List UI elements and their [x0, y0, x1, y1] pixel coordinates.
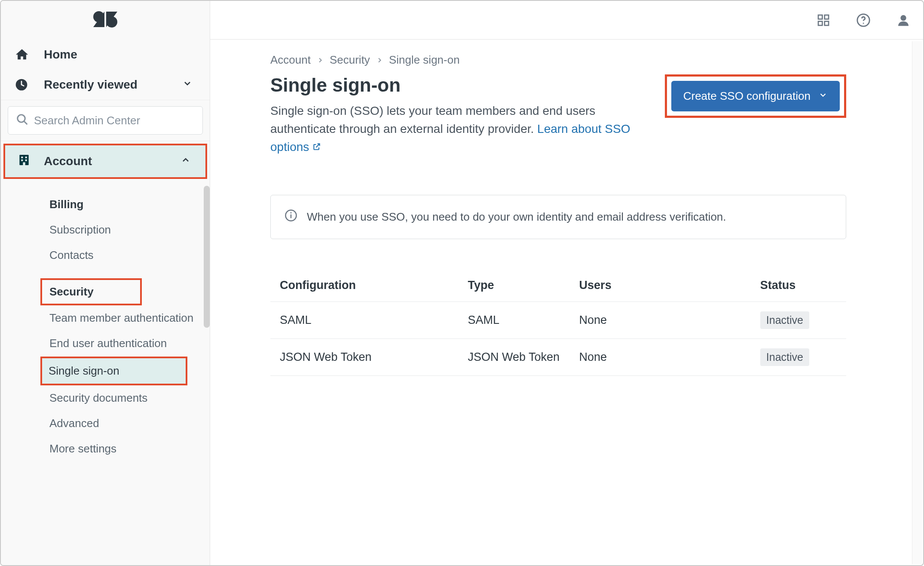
svg-rect-10	[23, 162, 25, 165]
svg-point-0	[93, 11, 104, 22]
breadcrumb-security[interactable]: Security	[330, 53, 370, 67]
td-type: JSON Web Token	[468, 349, 579, 366]
content-scroll[interactable]: Account Security Single sign-on Single s…	[210, 40, 923, 565]
sidebar-item-sso-highlight: Single sign-on	[40, 357, 187, 385]
topbar	[210, 1, 923, 40]
sidebar-section-account[interactable]: Account	[3, 144, 207, 179]
svg-point-16	[863, 22, 864, 24]
search-box[interactable]	[8, 106, 203, 135]
home-icon	[15, 47, 32, 62]
sidebar-section-label: Account	[44, 154, 92, 168]
td-configuration: SAML	[280, 314, 468, 327]
sidebar-item-home[interactable]: Home	[1, 40, 210, 70]
page-description: Single sign-on (SSO) lets your team memb…	[270, 102, 648, 156]
svg-rect-14	[825, 21, 829, 25]
zendesk-logo-icon	[92, 9, 119, 32]
td-type: SAML	[468, 312, 579, 329]
th-users: Users	[579, 279, 760, 292]
svg-point-1	[106, 16, 117, 28]
sidebar-item-security-documents[interactable]: Security documents	[1, 385, 210, 411]
clock-icon	[15, 78, 32, 92]
th-type: Type	[468, 279, 579, 292]
svg-rect-12	[825, 15, 829, 19]
sidebar-item-label: Recently viewed	[44, 78, 138, 92]
cta-highlight: Create SSO configuration	[665, 74, 846, 118]
table-row[interactable]: JSON Web Token JSON Web Token None Inact…	[270, 339, 846, 376]
sidebar-subnav: Billing Subscription Contacts Security T…	[1, 179, 210, 461]
sidebar-item-contacts[interactable]: Contacts	[1, 243, 210, 268]
sidebar-item-sso[interactable]: Single sign-on	[42, 358, 186, 384]
th-configuration: Configuration	[280, 279, 468, 292]
info-icon	[285, 209, 297, 225]
td-configuration: JSON Web Token	[280, 351, 468, 364]
svg-rect-6	[21, 157, 23, 158]
svg-rect-13	[818, 21, 822, 25]
sidebar: Home Recently viewed Account	[1, 1, 210, 565]
svg-point-20	[291, 212, 292, 213]
sidebar-item-team-auth[interactable]: Team member authentication	[1, 305, 210, 331]
breadcrumb-account[interactable]: Account	[270, 53, 311, 67]
sidebar-scrollbar[interactable]	[204, 186, 210, 328]
page-header: Single sign-on Single sign-on (SSO) lets…	[270, 74, 846, 156]
chevron-down-icon	[818, 89, 828, 103]
search-input[interactable]	[34, 114, 195, 127]
svg-rect-8	[21, 159, 23, 161]
search-wrap	[1, 100, 210, 141]
info-banner: When you use SSO, you need to do your ow…	[270, 195, 846, 239]
sidebar-item-subscription[interactable]: Subscription	[1, 217, 210, 243]
svg-rect-11	[818, 15, 822, 19]
breadcrumb-sso: Single sign-on	[389, 53, 460, 67]
content: Account Security Single sign-on Single s…	[210, 40, 846, 376]
sidebar-item-security[interactable]: Security	[40, 278, 142, 305]
brand-logo-row	[1, 1, 210, 40]
svg-point-3	[18, 114, 25, 122]
table-header: Configuration Type Users Status	[270, 269, 846, 302]
chevron-down-icon	[182, 78, 193, 92]
chevron-right-icon	[376, 53, 383, 67]
th-status: Status	[760, 279, 837, 292]
status-badge: Inactive	[760, 311, 809, 329]
sidebar-item-advanced[interactable]: Advanced	[1, 411, 210, 436]
content-scrollbar-track[interactable]	[912, 41, 922, 564]
chevron-right-icon	[317, 53, 324, 67]
search-icon	[16, 113, 29, 128]
sidebar-item-recently-viewed[interactable]: Recently viewed	[1, 70, 210, 100]
sso-config-table: Configuration Type Users Status SAML SAM…	[270, 269, 846, 376]
td-users: None	[579, 351, 760, 364]
svg-point-17	[900, 15, 906, 21]
sidebar-item-more-settings[interactable]: More settings	[1, 436, 210, 461]
status-badge: Inactive	[760, 348, 809, 366]
sidebar-item-label: Home	[44, 48, 77, 62]
svg-rect-9	[25, 159, 27, 161]
td-users: None	[579, 314, 760, 327]
info-banner-text: When you use SSO, you need to do your ow…	[307, 210, 726, 224]
svg-line-4	[24, 121, 28, 124]
td-status: Inactive	[760, 311, 837, 329]
sidebar-item-end-user-auth[interactable]: End user authentication	[1, 331, 210, 356]
external-link-icon	[312, 140, 321, 154]
svg-rect-7	[25, 157, 27, 158]
apps-icon[interactable]	[817, 13, 830, 27]
page-title: Single sign-on	[270, 74, 648, 96]
cta-label: Create SSO configuration	[683, 89, 811, 103]
sidebar-item-billing[interactable]: Billing	[1, 192, 210, 217]
table-row[interactable]: SAML SAML None Inactive	[270, 302, 846, 339]
breadcrumb: Account Security Single sign-on	[270, 53, 846, 67]
user-icon[interactable]	[896, 13, 910, 27]
create-sso-config-button[interactable]: Create SSO configuration	[671, 81, 840, 111]
building-icon	[17, 153, 31, 170]
chevron-up-icon	[181, 154, 191, 168]
help-icon[interactable]	[856, 13, 871, 28]
main: Account Security Single sign-on Single s…	[210, 1, 923, 565]
td-status: Inactive	[760, 348, 837, 366]
